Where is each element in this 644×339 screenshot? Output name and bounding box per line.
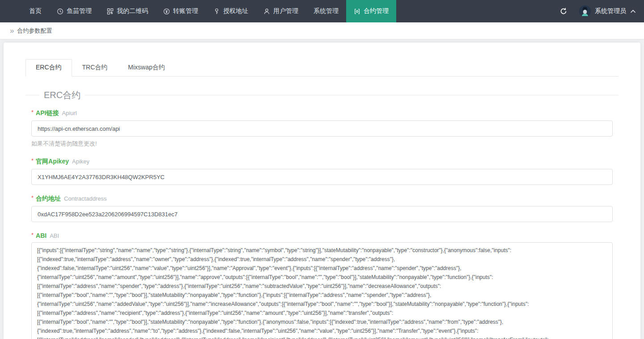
refresh-icon[interactable] xyxy=(559,7,568,15)
username-label: 系统管理员 xyxy=(595,7,626,15)
nav-item-label: 用户管理 xyxy=(273,7,298,15)
clock-icon xyxy=(57,8,64,15)
top-navbar: 首页 鱼苗管理 我的二维码 xyxy=(0,0,644,22)
required-asterisk: * xyxy=(31,194,34,201)
nav-item-qrcode[interactable]: 我的二维码 xyxy=(99,0,156,22)
apikey-input[interactable] xyxy=(31,169,613,185)
contract-icon xyxy=(354,8,360,15)
nav-item-label: 我的二维码 xyxy=(117,7,148,15)
nav-item-fish-fry[interactable]: 鱼苗管理 xyxy=(49,0,99,22)
content-card: ERC合约 TRC合约 Mixswap合约 ERC合约 * API链接 Apiu… xyxy=(4,43,640,339)
contract-address-input[interactable] xyxy=(31,206,613,222)
tab-erc-contract[interactable]: ERC合约 xyxy=(25,59,72,77)
nav-item-label: 转账管理 xyxy=(173,7,198,15)
erc-contract-section: ERC合约 * API链接 Apiurl 如果不清楚请勿随意更改! * 官网Ap… xyxy=(25,89,619,339)
nav-item-label: 系统管理 xyxy=(314,7,339,15)
main-menu: 首页 鱼苗管理 我的二维码 xyxy=(0,0,396,22)
yen-circle-icon xyxy=(163,8,170,15)
tab-mixswap-contract[interactable]: Mixswap合约 xyxy=(118,59,175,77)
nav-item-label: 合约管理 xyxy=(364,7,389,15)
section-legend: ERC合约 xyxy=(39,89,85,101)
breadcrumb: » 合约参数配置 xyxy=(0,22,644,39)
nav-item-label: 首页 xyxy=(29,7,42,15)
field-label: * API链接 Apiurl xyxy=(31,109,613,117)
user-icon xyxy=(263,8,270,15)
nav-item-auth-address[interactable]: 授权地址 xyxy=(206,0,256,22)
apiurl-input[interactable] xyxy=(31,120,613,137)
contract-tabs: ERC合约 TRC合约 Mixswap合约 xyxy=(25,59,619,77)
required-asterisk: * xyxy=(31,109,34,116)
nav-item-transfer[interactable]: 转账管理 xyxy=(156,0,206,22)
abi-textarea[interactable] xyxy=(31,242,613,339)
field-label: * ABI ABI xyxy=(31,232,613,239)
required-asterisk: * xyxy=(31,232,34,238)
nav-item-label: 授权地址 xyxy=(223,7,248,15)
required-asterisk: * xyxy=(31,157,34,164)
user-menu[interactable]: 系统管理员 xyxy=(579,5,636,17)
page-title: 合约参数配置 xyxy=(17,27,52,35)
nav-item-system[interactable]: 系统管理 xyxy=(306,0,346,22)
double-chevron-icon: » xyxy=(10,27,13,34)
field-apiurl: * API链接 Apiurl 如果不清楚请勿随意更改! xyxy=(31,109,613,148)
nav-item-home[interactable]: 首页 xyxy=(21,0,49,22)
field-label: * 官网Apikey Apikey xyxy=(31,158,613,166)
apiurl-hint: 如果不清楚请勿随意更改! xyxy=(31,140,613,148)
field-abi: * ABI ABI xyxy=(31,232,613,339)
nav-item-contracts[interactable]: 合约管理 xyxy=(346,0,396,22)
nav-item-users[interactable]: 用户管理 xyxy=(256,0,306,22)
key-icon xyxy=(213,8,220,15)
avatar xyxy=(579,5,591,17)
field-label: * 合约地址 Contractaddress xyxy=(31,195,613,203)
tab-trc-contract[interactable]: TRC合约 xyxy=(72,59,118,77)
field-apikey: * 官网Apikey Apikey xyxy=(31,158,613,185)
page-content: ERC合约 TRC合约 Mixswap合约 ERC合约 * API链接 Apiu… xyxy=(0,39,644,339)
qrcode-icon xyxy=(107,8,114,15)
navbar-right: 系统管理员 xyxy=(559,0,644,22)
nav-item-label: 鱼苗管理 xyxy=(67,7,92,15)
chevron-up-icon xyxy=(630,8,636,15)
field-contract-address: * 合约地址 Contractaddress xyxy=(31,195,613,222)
